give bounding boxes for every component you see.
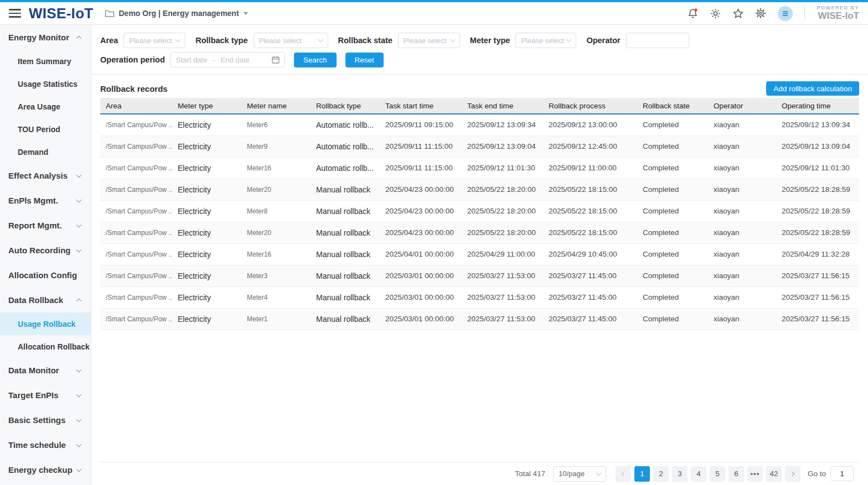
sidebar-item-report-mgmt[interactable]: Report Mgmt.: [0, 213, 91, 238]
cell-rollback-type: Manual rollback: [311, 179, 380, 200]
cell-operator: xiaoyan: [708, 222, 776, 243]
org-switcher[interactable]: Demo Org | Energy management: [105, 9, 248, 18]
sidebar-item-energy-checkup[interactable]: Energy checkup: [0, 457, 91, 482]
add-rollback-calculation-button[interactable]: Add rollback calculation: [766, 81, 859, 96]
prev-page-button[interactable]: [616, 466, 631, 482]
page-button-4[interactable]: 4: [691, 466, 706, 482]
table-row[interactable]: /Smart Campus/Pow ...ElectricityMeter3Ma…: [100, 265, 859, 286]
chevron-down-icon: [76, 392, 82, 397]
sidebar-item-label: Usage Statistics: [18, 80, 78, 88]
sidebar-item-energy-monitor[interactable]: Energy Monitor: [0, 25, 91, 50]
sidebar-item-effect-analysis[interactable]: Effect Analysis: [0, 163, 91, 188]
sidebar-item-enpls-mgmt[interactable]: EnPls Mgmt.: [0, 188, 91, 213]
page-button-5[interactable]: 5: [710, 466, 725, 482]
cell-operator: xiaoyan: [708, 114, 776, 135]
page-button-1[interactable]: 1: [634, 466, 650, 482]
cell-meter-name: Meter8: [241, 200, 311, 222]
sidebar-item-tou-period[interactable]: TOU Period: [0, 118, 91, 140]
cell-meter-name: Meter20: [241, 222, 311, 243]
cell-task-end-time: 2025/09/12 11:01:30: [462, 157, 543, 179]
chevron-down-icon: [175, 37, 181, 43]
sidebar-item-item-summary[interactable]: Item Summary: [0, 50, 91, 72]
sidebar-item-allocation-rollback[interactable]: Allocation Rollback: [0, 335, 91, 358]
chevron-down-icon: [566, 37, 572, 43]
cell-rollback-type: Manual rollback: [311, 308, 380, 330]
sidebar-item-area-usage[interactable]: Area Usage: [0, 95, 91, 118]
page-button-3[interactable]: 3: [672, 466, 688, 482]
page-button-2[interactable]: 2: [653, 466, 669, 482]
cell-rollback-state: Completed: [637, 243, 708, 265]
sidebar-item-target-enpis[interactable]: Target EnPIs: [0, 383, 91, 408]
cell-meter-type: Electricity: [172, 179, 241, 200]
sidebar-item-basic-settings[interactable]: Basic Settings: [0, 408, 91, 432]
total-count: Total 417: [515, 470, 545, 478]
sidebar-item-auto-recording[interactable]: Auto Recording: [0, 238, 91, 263]
cell-area: /Smart Campus/Pow ...: [100, 222, 172, 243]
cell-meter-type: Electricity: [172, 286, 241, 308]
table-row[interactable]: /Smart Campus/Pow ...ElectricityMeter20M…: [100, 222, 859, 243]
cell-operating-time: 2025/03/27 11:56:15: [776, 286, 859, 308]
search-button[interactable]: Search: [294, 53, 337, 67]
user-avatar[interactable]: [778, 6, 793, 21]
area-select[interactable]: Please select: [123, 33, 185, 48]
column-header-operating-time: Operating time: [776, 98, 859, 114]
settings-gear-icon[interactable]: [755, 8, 766, 19]
cell-operator: xiaoyan: [708, 265, 776, 286]
cell-meter-name: Meter16: [241, 157, 311, 179]
favorites-star-icon[interactable]: [732, 8, 743, 19]
table-row[interactable]: /Smart Campus/Pow ...ElectricityMeter16M…: [100, 243, 859, 265]
cell-meter-type: Electricity: [172, 243, 241, 265]
chevron-down-icon: [76, 222, 82, 227]
cell-area: /Smart Campus/Pow ...: [100, 243, 172, 265]
date-range-separator: -: [213, 56, 215, 64]
sidebar-item-usage-rollback[interactable]: Usage Rollback: [0, 312, 91, 335]
cell-operating-time: 2025/05/22 18:28:59: [776, 200, 859, 222]
cell-task-start-time: 2025/04/23 00:00:00: [380, 222, 462, 243]
org-name: Demo Org | Energy management: [119, 9, 239, 18]
table-row[interactable]: /Smart Campus/Pow ...ElectricityMeter1Ma…: [100, 308, 859, 330]
table-row[interactable]: /Smart Campus/Pow ...ElectricityMeter6Au…: [100, 114, 859, 135]
cell-operator: xiaoyan: [708, 179, 776, 200]
meter-type-select[interactable]: Please select: [515, 33, 576, 48]
rollback-state-select[interactable]: Please select: [398, 33, 460, 48]
org-caret-icon: [244, 12, 248, 15]
sidebar-item-label: Demand: [18, 148, 48, 157]
org-folder-icon: [105, 9, 115, 18]
rollback-type-select[interactable]: Please select: [254, 33, 328, 48]
page-button-6[interactable]: 6: [728, 466, 744, 482]
sidebar-item-demand[interactable]: Demand: [0, 140, 91, 163]
cell-task-end-time: 2025/09/12 13:09:34: [462, 114, 543, 135]
page-button-42[interactable]: 42: [766, 466, 782, 482]
sidebar-item-data-monitor[interactable]: Data Monitor: [0, 358, 91, 383]
theme-sun-icon[interactable]: [710, 8, 721, 19]
rollback-state-label: Rollback state: [338, 36, 392, 45]
cell-task-start-time: 2025/09/11 09:15:00: [380, 114, 462, 135]
operator-input[interactable]: [626, 33, 689, 48]
sidebar-item-usage-statistics[interactable]: Usage Statistics: [0, 72, 91, 95]
goto-page-input[interactable]: [830, 466, 854, 481]
sidebar-item-label: Item Summary: [18, 57, 71, 66]
table-row[interactable]: /Smart Campus/Pow ...ElectricityMeter4Ma…: [100, 286, 859, 308]
table-row[interactable]: /Smart Campus/Pow ...ElectricityMeter20M…: [100, 179, 859, 200]
sidebar-item-data-rollback[interactable]: Data Rollback: [0, 288, 91, 312]
more-pages-button[interactable]: •••: [747, 466, 763, 482]
reset-button[interactable]: Reset: [345, 53, 384, 67]
table-row[interactable]: /Smart Campus/Pow ...ElectricityMeter16A…: [100, 157, 859, 179]
table-row[interactable]: /Smart Campus/Pow ...ElectricityMeter9Au…: [100, 135, 859, 157]
cell-task-start-time: 2025/04/23 00:00:00: [380, 179, 462, 200]
sidebar-item-time-schedule[interactable]: Time schedule: [0, 432, 91, 457]
chevron-right-icon: [790, 471, 794, 476]
page-size-select[interactable]: 10/page: [553, 466, 606, 482]
cell-operating-time: 2025/04/29 11:32:28: [776, 243, 859, 265]
cell-rollback-process: 2025/03/27 11:45:00: [543, 308, 637, 330]
cell-operating-time: 2025/09/12 13:09:34: [776, 114, 859, 135]
table-row[interactable]: /Smart Campus/Pow ...ElectricityMeter8Ma…: [100, 200, 859, 222]
next-page-button[interactable]: [785, 466, 800, 482]
operation-period-picker[interactable]: Start date - End date: [170, 52, 285, 67]
notification-bell-icon[interactable]: [687, 8, 698, 19]
hamburger-menu-icon[interactable]: [9, 9, 21, 18]
chevron-down-icon: [76, 466, 82, 472]
cell-meter-type: Electricity: [172, 157, 241, 179]
sidebar-item-allocation-config[interactable]: Allocation Config: [0, 263, 91, 288]
cell-task-end-time: 2025/03/27 11:53:00: [462, 286, 543, 308]
